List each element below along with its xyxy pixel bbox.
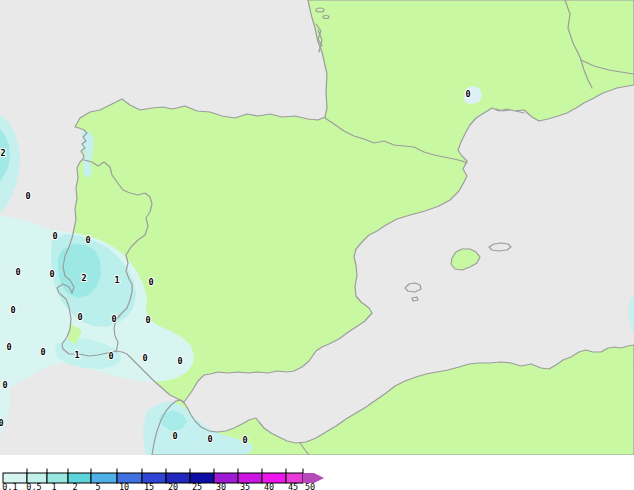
svg-text:0: 0 <box>52 231 57 241</box>
svg-text:0: 0 <box>145 315 150 325</box>
scale-tick-label: 0.1 <box>2 482 17 490</box>
svg-text:0: 0 <box>77 312 82 322</box>
svg-text:0: 0 <box>177 356 182 366</box>
weather-map-screenshot: 2000002100000001000000000 Precipitation … <box>0 0 634 490</box>
scale-tick-label: 2 <box>72 482 77 490</box>
color-scale: 0.10.5125101520253035404550 <box>0 466 334 490</box>
scale-tick-label: 1 <box>51 482 56 490</box>
svg-text:0: 0 <box>40 347 45 357</box>
scale-tick-label: 40 <box>264 482 274 490</box>
svg-text:2: 2 <box>0 148 5 158</box>
svg-text:0: 0 <box>0 418 4 428</box>
svg-text:0: 0 <box>10 305 15 315</box>
svg-text:1: 1 <box>74 350 79 360</box>
scale-tick-label: 30 <box>216 482 226 490</box>
svg-text:0: 0 <box>25 191 30 201</box>
svg-text:2: 2 <box>81 273 86 283</box>
svg-text:0: 0 <box>465 89 470 99</box>
svg-text:0: 0 <box>148 277 153 287</box>
scale-tick-label: 0.5 <box>26 482 41 490</box>
scale-tick-label: 5 <box>95 482 100 490</box>
svg-text:0: 0 <box>242 435 247 445</box>
scale-segment <box>68 473 91 483</box>
scale-tick-label: 20 <box>168 482 178 490</box>
scale-tick-label: 15 <box>144 482 154 490</box>
svg-text:0: 0 <box>111 314 116 324</box>
svg-text:0: 0 <box>207 434 212 444</box>
scale-tick-label: 10 <box>119 482 129 490</box>
svg-text:0: 0 <box>108 351 113 361</box>
scale-tick-label: 45 <box>288 482 298 490</box>
scale-tick-label: 50 <box>305 482 315 490</box>
scale-tick-label: 35 <box>240 482 250 490</box>
svg-text:0: 0 <box>142 353 147 363</box>
scale-segment <box>47 473 68 483</box>
svg-text:0: 0 <box>2 380 7 390</box>
svg-text:0: 0 <box>85 235 90 245</box>
svg-text:0: 0 <box>15 267 20 277</box>
svg-text:0: 0 <box>172 431 177 441</box>
map-canvas: 2000002100000001000000000 <box>0 0 634 455</box>
scale-tick-label: 25 <box>192 482 202 490</box>
svg-text:0: 0 <box>6 342 11 352</box>
svg-text:1: 1 <box>114 275 119 285</box>
svg-text:0: 0 <box>49 269 54 279</box>
